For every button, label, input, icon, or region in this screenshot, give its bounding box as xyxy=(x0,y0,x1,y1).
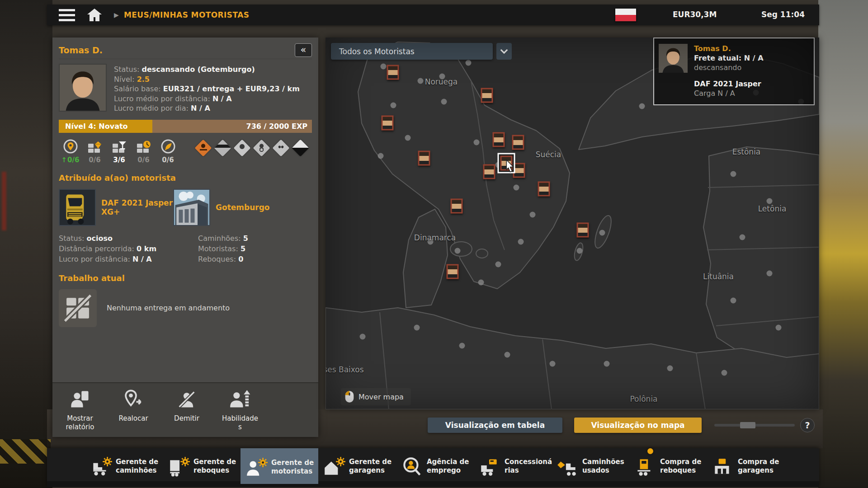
driver-map-marker[interactable] xyxy=(481,88,493,103)
city-dot xyxy=(604,361,610,367)
city-dot xyxy=(731,298,736,304)
nav-item-label: Gerente demotoristas xyxy=(271,459,314,476)
nav-item-reboques[interactable]: Gerente dereboques xyxy=(163,448,241,482)
poland-flag-icon xyxy=(615,8,637,22)
driver-map-marker[interactable] xyxy=(500,156,513,171)
garage-stats: Caminhões: 5Motoristas: 5Reboques: 0 xyxy=(198,233,312,264)
stat-label: Lucro por distância: xyxy=(59,255,132,263)
assigned-heading: Atribuído a(ao) motorista xyxy=(59,173,312,183)
action-label: Mostrar relatório xyxy=(61,414,99,432)
driver-map-marker[interactable] xyxy=(451,199,463,214)
top-bar: ▶ MEUS/MINHAS MOTORISTAS EUR30,3M Seg 11… xyxy=(47,5,819,25)
gases-adr-badge-icon xyxy=(214,139,231,156)
trailer-purchase-icon xyxy=(634,456,656,477)
driver-filter-dropdown[interactable]: Todos os Motoristas xyxy=(331,43,493,60)
driver-map-marker[interactable] xyxy=(512,135,524,150)
driver-map-marker[interactable] xyxy=(483,164,495,179)
backdrop-right-truck xyxy=(818,0,868,488)
eco-driving-icon xyxy=(156,138,179,155)
nav-item-label: Gerente degaragens xyxy=(349,458,392,475)
country-label-dinamarca: Dinamarca xyxy=(414,233,456,242)
card-driver-name: Tomas D. xyxy=(694,44,764,53)
city-dot xyxy=(722,370,727,376)
nav-item-garagens[interactable]: Gerente degaragens xyxy=(318,448,396,482)
habilidades-button[interactable]: Habilidades xyxy=(219,389,261,432)
skills-row: ↑0/60/63/60/60/6 xyxy=(59,138,181,164)
driver-map-marker[interactable] xyxy=(577,223,589,238)
nav-item-reboques[interactable]: Compra dereboques xyxy=(629,448,707,482)
drivers-map[interactable]: Todos os Motoristas Tomas D. Frete atual… xyxy=(326,38,819,409)
driver-map-marker[interactable] xyxy=(513,163,525,178)
marker-face xyxy=(539,183,549,195)
collapse-panel-button[interactable]: « xyxy=(295,43,312,57)
help-button[interactable]: ? xyxy=(800,418,815,432)
eco-driving-skill[interactable]: 0/6 xyxy=(156,138,179,164)
map-view-button[interactable]: Visualização no mapa xyxy=(574,418,702,433)
country-label-let-nia: Letônia xyxy=(758,204,787,213)
slider-handle[interactable] xyxy=(740,422,755,428)
city-dot xyxy=(381,64,387,70)
city-dot xyxy=(767,198,773,204)
city-dot xyxy=(577,248,583,254)
mouse-icon xyxy=(344,390,354,404)
home-icon[interactable] xyxy=(87,8,102,22)
country-label-noruega: Noruega xyxy=(425,77,458,86)
move-map-hint: Mover mapa xyxy=(341,388,411,405)
driver-level-label: Nível 4: Novato xyxy=(65,122,128,131)
menu-icon[interactable] xyxy=(59,9,75,21)
nav-item-label: Gerente decaminhões xyxy=(116,458,158,475)
realocar-button[interactable]: Realocar xyxy=(112,389,155,432)
marker-face xyxy=(502,157,511,169)
city-dot xyxy=(418,78,424,84)
nav-item-rias[interactable]: Concessionárias xyxy=(474,448,552,482)
demitir-button[interactable]: Demitir xyxy=(165,389,208,432)
city-dot xyxy=(639,103,645,109)
trailer-manager-icon xyxy=(167,456,190,477)
experience-progress: 736 / 2000 EXP xyxy=(246,122,307,131)
long-distance-icon xyxy=(59,138,82,155)
chevron-down-icon[interactable] xyxy=(496,43,512,60)
fragile-cargo-skill[interactable]: 3/6 xyxy=(108,138,131,164)
stat-label: Reboques: xyxy=(198,255,238,263)
current-job-heading: Trabalho atual xyxy=(59,273,312,283)
stat-label: Status: xyxy=(59,234,86,243)
city-dot xyxy=(459,343,465,349)
nav-item-emprego[interactable]: Agência deemprego xyxy=(396,448,474,482)
stat-line: Distância percorrida: 0 km xyxy=(59,244,198,254)
urgent-delivery-skill[interactable]: 0/6 xyxy=(132,138,155,164)
mostrar-relat-rio-button[interactable]: Mostrar relatório xyxy=(59,389,101,432)
city-dot xyxy=(731,171,736,177)
assigned-garage-link[interactable]: Gotemburgo xyxy=(173,189,270,226)
driver-info-line: Nível: 2.5 xyxy=(114,75,300,84)
driver-map-marker[interactable] xyxy=(538,182,550,197)
driver-map-marker[interactable] xyxy=(418,151,430,166)
nav-item-caminhões[interactable]: Gerente decaminhões xyxy=(85,448,163,482)
nav-item-motoristas[interactable]: Gerente demotoristas xyxy=(241,448,318,484)
driver-map-marker[interactable] xyxy=(493,132,505,147)
dismiss-icon xyxy=(176,389,198,414)
driver-map-marker[interactable] xyxy=(387,65,399,80)
info-label: Salário base: xyxy=(114,84,163,93)
stat-label: Distância percorrida: xyxy=(59,244,137,253)
country-label-litu-nia: Lituânia xyxy=(703,272,734,281)
table-view-button[interactable]: Visualização em tabela xyxy=(428,418,562,433)
truck-name: DAF 2021 Jasper XG+ xyxy=(101,198,173,216)
valuable-cargo-skill[interactable]: 0/6 xyxy=(83,138,106,164)
marker-face xyxy=(420,152,429,164)
stat-value: 0 xyxy=(238,255,243,263)
nav-item-garagens[interactable]: Compra degaragens xyxy=(707,448,785,482)
nav-item-usados[interactable]: Caminhõesusados xyxy=(552,448,629,482)
driver-info-lines: Status: descansando (Gotemburgo)Nível: 2… xyxy=(114,64,300,113)
valuable-cargo-icon xyxy=(83,138,106,155)
info-label: Status: xyxy=(114,65,142,74)
money-balance: EUR30,3M xyxy=(673,10,717,19)
map-zoom-slider[interactable] xyxy=(714,424,795,427)
stat-line: Lucro por distância: N / A xyxy=(59,254,198,264)
driver-map-marker[interactable] xyxy=(447,264,459,279)
no-delivery-icon xyxy=(59,289,97,327)
driver-map-marker[interactable] xyxy=(382,116,394,131)
nav-item-label: Concessionárias xyxy=(505,458,552,475)
long-distance-skill[interactable]: ↑0/6 xyxy=(59,138,82,164)
city-dot xyxy=(441,99,447,105)
assigned-truck-link[interactable]: DAF 2021 Jasper XG+ xyxy=(59,189,173,226)
